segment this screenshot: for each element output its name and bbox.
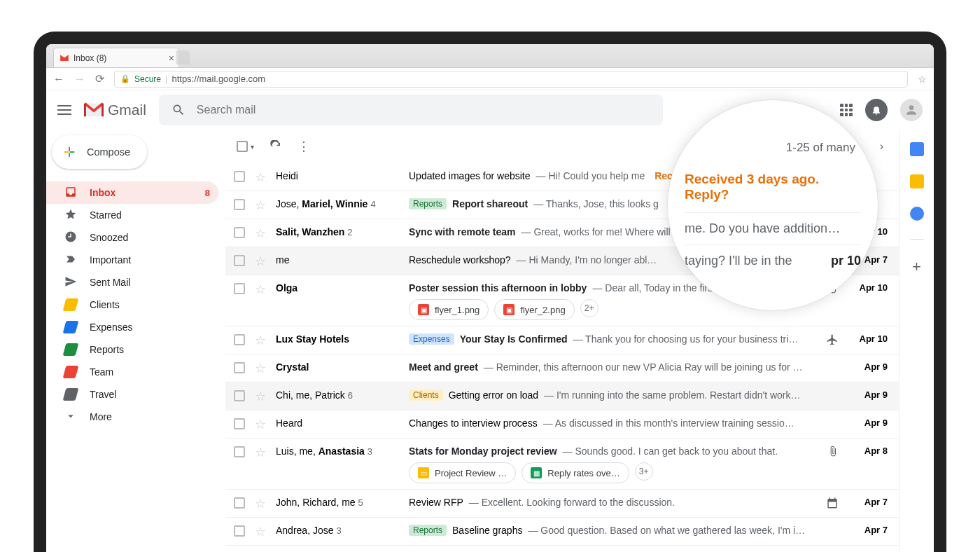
- gmail-brand-text: Gmail: [108, 102, 146, 118]
- sidebar-item-important[interactable]: Important: [46, 249, 218, 271]
- row-checkbox[interactable]: [234, 171, 245, 182]
- browser-tab[interactable]: Inbox (8) ×: [53, 48, 179, 67]
- sent-icon: [64, 275, 77, 290]
- page-next-icon[interactable]: ›: [876, 140, 888, 153]
- refresh-icon[interactable]: [270, 140, 282, 153]
- add-addon-icon[interactable]: +: [912, 258, 921, 276]
- row-checkbox[interactable]: [234, 390, 245, 401]
- sidebar-item-expenses[interactable]: Expenses: [46, 316, 218, 338]
- search-input[interactable]: [197, 104, 650, 116]
- row-checkbox[interactable]: [234, 418, 245, 429]
- magnifier-overlay: 1-25 of many Received 3 days ago. Reply?…: [668, 100, 878, 310]
- email-row[interactable]: ☆HeardChanges to interview process — As …: [225, 410, 899, 439]
- calendar-addon-icon[interactable]: [910, 142, 924, 156]
- row-checkbox[interactable]: [234, 255, 245, 266]
- sidebar-item-starred[interactable]: Starred: [46, 204, 218, 226]
- star-icon[interactable]: ☆: [255, 361, 266, 376]
- main-menu-icon[interactable]: [57, 105, 71, 115]
- email-snippet: — I'm running into the same problem. Res…: [544, 389, 800, 401]
- sidebar-item-clients[interactable]: Clients: [46, 294, 218, 316]
- keep-addon-icon[interactable]: [910, 174, 924, 188]
- more-icon[interactable]: ⋮: [298, 139, 312, 154]
- email-subject: Updated images for website: [409, 170, 531, 181]
- email-snippet: — Thank you for choosing us for your bus…: [573, 333, 798, 345]
- row-checkbox[interactable]: [234, 199, 245, 210]
- attachment-chip[interactable]: ▣flyer_1.png: [409, 299, 489, 320]
- email-sender: Andrea, Jose3: [276, 523, 409, 536]
- email-subject: Sync with remote team: [409, 226, 516, 237]
- email-row[interactable]: ☆CrystalMeet and greet — Reminder, this …: [225, 354, 899, 382]
- star-icon[interactable]: ☆: [255, 496, 266, 511]
- sidebar-item-more[interactable]: More: [46, 406, 218, 428]
- row-checkbox[interactable]: [234, 283, 245, 294]
- attachment-chip[interactable]: ▭Project Review …: [409, 462, 516, 483]
- notifications-icon[interactable]: [865, 99, 888, 121]
- email-snippet: — Hi! Could you help me: [536, 170, 645, 181]
- email-subject: Baseline graphs: [452, 525, 522, 536]
- sidebar: Compose Inbox8StarredSnoozedImportantSen…: [46, 130, 225, 552]
- sidebar-item-snoozed[interactable]: Snoozed: [46, 226, 218, 249]
- row-checkbox[interactable]: [234, 362, 245, 373]
- row-checkbox[interactable]: [234, 497, 245, 509]
- sidebar-item-travel[interactable]: Travel: [46, 383, 218, 406]
- email-row[interactable]: ☆Andrea, Jose3ReportsBaseline graphs — G…: [225, 518, 899, 546]
- email-row[interactable]: ☆Chi, me, Patrick6ClientsGetting error o…: [225, 382, 899, 410]
- star-icon[interactable]: ☆: [255, 226, 266, 241]
- email-snippet: — Reminder, this afternoon our new VP Al…: [484, 361, 803, 373]
- attachment-slides-icon: ▭: [418, 467, 429, 478]
- star-icon[interactable]: ☆: [255, 254, 266, 269]
- email-subject: Reschedule workshop?: [409, 254, 511, 265]
- star-icon[interactable]: ☆: [255, 445, 266, 460]
- search-box[interactable]: [159, 95, 663, 125]
- attachment-more[interactable]: 2+: [580, 299, 598, 317]
- forward-icon[interactable]: →: [74, 73, 85, 85]
- select-all-checkbox[interactable]: [237, 141, 248, 152]
- bookmark-star-icon[interactable]: ☆: [918, 74, 927, 85]
- row-checkbox[interactable]: [234, 227, 245, 238]
- star-icon[interactable]: ☆: [255, 524, 266, 539]
- star-icon[interactable]: ☆: [255, 333, 266, 348]
- tasks-addon-icon[interactable]: [910, 207, 924, 221]
- star-icon[interactable]: ☆: [255, 417, 266, 432]
- account-avatar[interactable]: [900, 99, 923, 121]
- sidebar-item-sent[interactable]: Sent Mail: [46, 271, 218, 294]
- side-panel-divider: [910, 239, 924, 240]
- label-icon: [63, 388, 79, 401]
- reload-icon[interactable]: ⟳: [95, 72, 104, 85]
- attachment-chip[interactable]: ▦Reply rates ove…: [522, 462, 629, 483]
- apps-grid-icon[interactable]: [840, 104, 853, 116]
- email-row[interactable]: ☆John, Richard, me5Review RFP — Excellen…: [225, 490, 899, 518]
- attachment-sheets-icon: ▦: [531, 467, 542, 478]
- clock-icon: [64, 230, 77, 245]
- email-snippet: — Hi Mandy, I'm no longer abl…: [517, 254, 657, 265]
- email-label-chip: Reports: [409, 525, 447, 536]
- caret-down-icon[interactable]: ▾: [251, 143, 254, 151]
- sidebar-item-team[interactable]: Team: [46, 361, 218, 383]
- email-row[interactable]: ☆Luis, me, Anastasia3Stats for Monday pr…: [225, 439, 899, 490]
- row-checkbox[interactable]: [234, 334, 245, 345]
- star-icon[interactable]: ☆: [255, 282, 266, 297]
- sidebar-item-label: Starred: [90, 209, 122, 221]
- attachment-chip[interactable]: ▣flyer_2.png: [494, 299, 574, 320]
- attachment-more[interactable]: 3+: [635, 462, 653, 481]
- email-row[interactable]: ☆Lux Stay HotelsExpensesYour Stay Is Con…: [225, 326, 899, 354]
- star-icon[interactable]: ☆: [255, 170, 266, 185]
- gmail-logo[interactable]: Gmail: [84, 102, 146, 118]
- star-icon[interactable]: ☆: [255, 198, 266, 213]
- row-checkbox[interactable]: [234, 525, 245, 537]
- compose-button[interactable]: Compose: [52, 135, 147, 169]
- sidebar-item-inbox[interactable]: Inbox8: [46, 181, 218, 204]
- email-label-chip: Expenses: [409, 333, 454, 345]
- new-tab-ghost[interactable]: [176, 50, 190, 64]
- tab-close-icon[interactable]: ×: [169, 53, 174, 64]
- row-checkbox[interactable]: [234, 446, 245, 457]
- select-all[interactable]: ▾: [237, 141, 254, 152]
- sidebar-item-reports[interactable]: Reports: [46, 338, 218, 361]
- airplane-icon: [826, 333, 839, 346]
- back-icon[interactable]: ←: [53, 73, 64, 85]
- email-subject: Stats for Monday project review: [409, 446, 557, 457]
- omnibox[interactable]: 🔒 Secure | https://mail.google.com: [114, 71, 908, 88]
- tab-title: Inbox (8): [74, 53, 106, 63]
- star-icon[interactable]: ☆: [255, 389, 266, 404]
- email-snippet: — Good question. Based on what we gather…: [528, 525, 805, 536]
